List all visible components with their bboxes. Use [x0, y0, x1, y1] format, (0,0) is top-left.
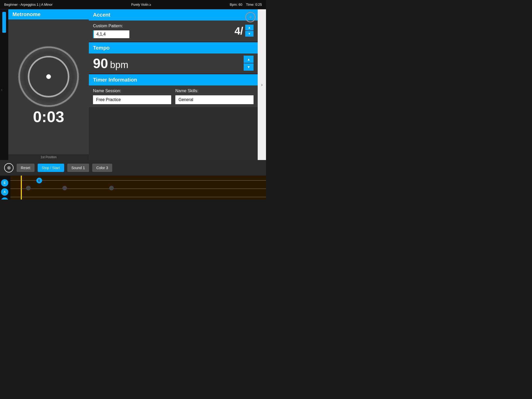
fret-marker-3	[109, 186, 114, 190]
skills-label: Name Skills:	[175, 89, 254, 93]
custom-pattern-label: Custom Pattern:	[93, 24, 231, 28]
tempo-body: 90 bpm ▲ ▼	[89, 54, 258, 73]
skills-input[interactable]	[175, 95, 254, 104]
left-strip: ‹	[0, 9, 8, 160]
control-bar: ⊗ Reset Stop / Start Sound 1 Color 3	[0, 160, 266, 176]
timer-row-labels: Name Session: Name Skills:	[93, 89, 254, 93]
right-arrow-icon[interactable]: ›	[261, 82, 263, 88]
app-logo: Purely Violin ≥	[131, 3, 151, 6]
timer-section: Timer Information Name Session: Name Ski…	[89, 74, 258, 107]
bpm-time: Bpm: 60 Time: 0:25	[230, 3, 262, 6]
accent-section: Accent Custom Pattern: 4/ ▲ ▼	[89, 9, 258, 41]
timer-body: Name Session: Name Skills:	[89, 85, 258, 107]
time-display: Time: 0:25	[246, 3, 262, 6]
string-line-a	[10, 189, 266, 189]
accent-header: Accent	[89, 9, 258, 21]
tempo-down[interactable]: ▼	[244, 63, 254, 71]
accent-controls: Custom Pattern: 4/ ▲ ▼	[93, 24, 254, 38]
level-bar	[2, 12, 6, 33]
metronome-body: 0:03	[8, 19, 89, 154]
close-button[interactable]: ⊗	[4, 163, 14, 172]
tempo-section: Tempo 90 bpm ▲ ▼	[89, 42, 258, 73]
right-strip: ›	[258, 9, 266, 160]
nut-line	[21, 176, 22, 200]
timer-inputs	[93, 95, 254, 104]
time-sig-stepper: ▲ ▼	[245, 25, 254, 37]
session-label: Name Session:	[93, 89, 171, 93]
time-sig-down[interactable]: ▼	[245, 31, 254, 37]
metronome-header: Metronome	[8, 9, 89, 19]
main-content: + ‹ Metronome 0:03 1st Position Accent	[0, 9, 266, 160]
position-label: 1st Position	[8, 154, 89, 160]
string-e: E	[1, 179, 8, 187]
session-input[interactable]	[93, 95, 171, 104]
tempo-value: 90	[93, 56, 108, 71]
string-line-e	[10, 180, 266, 181]
string-d: D	[1, 197, 8, 200]
metronome-time-display: 0:03	[33, 108, 64, 126]
reset-button[interactable]: Reset	[17, 164, 35, 172]
fret-marker-1	[26, 186, 31, 190]
time-sig-up[interactable]: ▲	[245, 25, 254, 30]
color-button[interactable]: Color 3	[92, 164, 112, 172]
fret-marker-2	[62, 186, 67, 190]
fretboard-area: E A D G E	[0, 176, 266, 200]
fretboard: E	[10, 176, 266, 200]
lesson-title: Beginner - Arpeggios 1 | A Minor	[4, 3, 52, 6]
accent-body: Custom Pattern: 4/ ▲ ▼	[89, 21, 258, 41]
note-e-1: E	[36, 178, 42, 183]
dial-outer	[20, 48, 77, 105]
dial-inner-ring	[28, 56, 69, 97]
bpm-display: Bpm: 60	[230, 3, 242, 6]
time-sig-display: 4/	[235, 25, 243, 37]
metronome-panel: Metronome 0:03 1st Position	[8, 9, 89, 160]
string-line-d	[10, 197, 266, 197]
instrument-area: ⊗ Reset Stop / Start Sound 1 Color 3 E A…	[0, 160, 266, 200]
left-arrow-icon[interactable]: ‹	[1, 87, 3, 92]
tempo-stepper: ▲ ▼	[244, 56, 254, 71]
sound-button[interactable]: Sound 1	[67, 164, 89, 172]
string-labels: E A D G	[0, 176, 9, 200]
tempo-header: Tempo	[89, 42, 258, 54]
dial-center-dot	[46, 74, 51, 79]
right-panel: Accent Custom Pattern: 4/ ▲ ▼	[89, 9, 258, 160]
tempo-unit: bpm	[110, 59, 128, 70]
top-bar: Beginner - Arpeggios 1 | A Minor Purely …	[0, 0, 266, 9]
stop-start-button[interactable]: Stop / Start	[38, 164, 64, 172]
add-button[interactable]: +	[245, 12, 256, 22]
tempo-up[interactable]: ▲	[244, 56, 254, 63]
metronome-dial	[20, 48, 77, 105]
custom-pattern-input[interactable]	[93, 30, 129, 38]
string-a: A	[1, 188, 8, 196]
timer-info-header: Timer Information	[89, 74, 258, 85]
